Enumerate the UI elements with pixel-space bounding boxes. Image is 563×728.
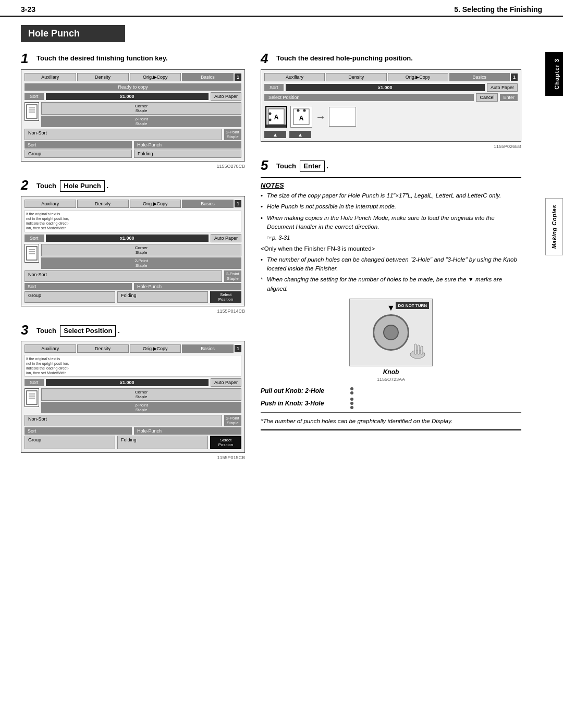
step3-row2: Sort Hole-Punch [25,427,241,435]
step4-x1000: x1.000 [286,84,485,91]
step3-select-pos-active[interactable]: SelectPosition [210,436,241,449]
step3-group[interactable]: Group [25,436,115,449]
push-knob-label: Push in Knob: 3-Hole [261,400,344,407]
step2-tab-basics[interactable]: Basics [182,200,234,208]
step3-tab-basics[interactable]: Basics [182,344,234,353]
step2-block: 2 Touch Hole Punch . Auxiliary Density O… [21,178,245,314]
step3-autopaper[interactable]: Auto Paper [211,378,241,387]
pos-icon-A2[interactable]: A [290,106,312,128]
step2-tab-auxiliary[interactable]: Auxiliary [25,200,76,208]
step4-tab-origcopy[interactable]: Orig.▶Copy [388,73,448,81]
step2-2pt-row[interactable]: 2-PointStaple [224,270,241,282]
step2-group[interactable]: Group [25,291,115,303]
step3-nonsort[interactable]: Non-Sort [25,415,222,426]
notes-title: NOTES [261,181,521,189]
page-number: 3-23 [21,5,35,14]
step1-folding[interactable]: Folding [134,150,241,158]
step2-holepunch[interactable]: Hole-Punch [134,283,241,290]
step2-tab-origcopy[interactable]: Orig.▶Copy [130,200,181,208]
step1-tab-basics[interactable]: Basics [182,73,234,81]
left-column: 1 Touch the desired finishing function k… [21,52,245,470]
down-arrow-1[interactable]: ▲ [264,131,286,138]
knob-label: Knob [383,368,399,376]
step3-corner-staple[interactable]: CornerStaple [41,388,241,401]
note-ref: ☞p. 3-31 [261,233,521,242]
section-title: 5. Selecting the Finishing [454,5,542,14]
step2-2point[interactable]: 2-PointStaple [41,257,241,269]
step2-sort2[interactable]: Sort [25,283,132,290]
step2-folding[interactable]: Folding [117,291,208,303]
step4-cancel-btn[interactable]: Cancel [476,93,498,102]
step3-sort2[interactable]: Sort [25,427,132,435]
step1-corner-staple[interactable]: CornerStaple [41,102,241,115]
step3-folding[interactable]: Folding [117,436,208,449]
step1-intro: 1 Touch the desired finishing function k… [21,52,245,65]
step2-nonsort[interactable]: Non-Sort [25,270,222,282]
pos-icon-A-selected[interactable]: A [265,106,287,128]
step1-sort-btn[interactable]: Sort [25,93,44,100]
step2-tab-density[interactable]: Density [77,200,129,208]
step3-tab-origcopy[interactable]: Orig.▶Copy [130,344,181,353]
step3-2pt-row[interactable]: 2-PointStaple [224,415,241,426]
step4-autopaper[interactable]: Auto Paper [487,83,518,92]
dot [350,406,353,409]
step4-enter-btn[interactable]: Enter [500,94,518,101]
step3-tab-density[interactable]: Density [77,344,129,353]
step4-tab-density[interactable]: Density [326,73,386,81]
step1-tab-auxiliary[interactable]: Auxiliary [25,73,76,81]
step4-pos-icons: A A [264,104,518,130]
step3-number-row: Sort x1.000 Auto Paper [25,378,241,387]
pull-knob-row: Pull out Knob: 2-Hole [261,387,521,394]
pos-arrow: → [315,111,326,123]
svg-point-14 [269,119,272,121]
bottom-note-text: *The number of punch holes can be graphi… [261,418,452,424]
step1-2point[interactable]: 2-PointStaple [41,116,241,127]
svg-rect-21 [414,344,417,354]
step4-desc: Touch the desired hole-punching position… [276,52,413,63]
pos-icon-landscape [329,107,356,127]
svg-text:A: A [299,115,304,122]
step5-number: 5 [261,158,271,172]
step2-button[interactable]: Hole Punch [60,180,105,192]
main-content: Hole Punch 1 Touch the desired finishing… [0,17,563,490]
step3-tab-auxiliary[interactable]: Auxiliary [25,344,76,353]
step1-nonsort[interactable]: Non-Sort [25,129,222,140]
step1-number: 1 [21,52,31,65]
step3-button[interactable]: Select Position [60,325,116,337]
knob-box: DO NOT TURN ▼ [349,299,433,366]
note-item-4: The number of punch holes can be changed… [261,255,521,274]
step3-2point[interactable]: 2-PointStaple [41,402,241,413]
step1-2pt-row[interactable]: 2-PointStaple [224,129,241,140]
dot [350,387,353,390]
step1-autopaper[interactable]: Auto Paper [211,92,241,101]
pull-dot-row1 [350,387,353,390]
step2-warning: If the original's text isnot in the upri… [25,210,241,232]
step4-sort-btn[interactable]: Sort [264,84,284,91]
chapter-tab: Chapter 3 [545,52,563,96]
step3-sort-btn[interactable]: Sort [25,379,44,386]
step4-tab-auxiliary[interactable]: Auxiliary [264,73,325,81]
step1-holepunch[interactable]: Hole-Punch [134,141,241,149]
step3-bottom-rows: Non-Sort 2-PointStaple Sort Hole-Punch G… [25,415,241,449]
step4-block: 4 Touch the desired hole-punching positi… [261,52,521,149]
step1-tab-origcopy[interactable]: Orig.▶Copy [130,73,181,81]
notes-section: NOTES The size of the copy paper for Hol… [261,177,521,430]
step2-row1: Non-Sort 2-PointStaple [25,270,241,282]
step1-caption: 1155O270CB [21,164,245,169]
step2-autopaper[interactable]: Auto Paper [211,234,241,242]
step1-sort2[interactable]: Sort [25,141,132,149]
step2-sort-btn[interactable]: Sort [25,235,44,242]
step3-holepunch[interactable]: Hole-Punch [134,427,241,435]
step2-select-pos[interactable]: SelectPosition [210,291,241,303]
step4-number-row: Sort x1.000 Auto Paper [264,83,518,92]
step1-tab-density[interactable]: Density [77,73,129,81]
down-arrow-2[interactable]: ▲ [289,131,311,138]
step2-panel: Auxiliary Density Orig.▶Copy Basics 1 If… [21,196,245,306]
step4-down-arrows: ▲ ▲ [264,131,518,138]
step1-group[interactable]: Group [25,150,132,158]
section-heading: Hole Punch [21,25,125,42]
step4-tab-basics[interactable]: Basics [449,73,510,81]
step5-button[interactable]: Enter [300,161,324,172]
push-dot-row2 [350,402,353,405]
step2-corner-staple[interactable]: CornerStaple [41,244,241,256]
